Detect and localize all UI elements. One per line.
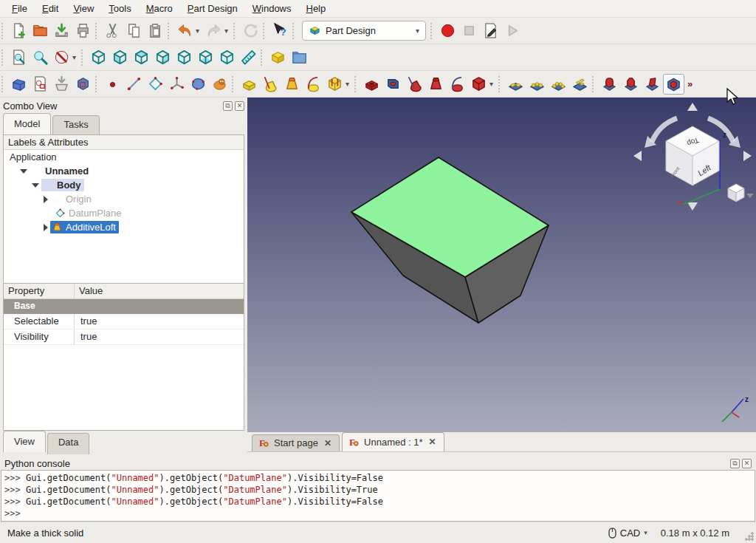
expander-closed-icon[interactable]	[44, 196, 48, 203]
subtractive-primitive-button[interactable]	[468, 74, 489, 95]
linear-pattern-button[interactable]	[526, 74, 548, 95]
toolbar-handle[interactable]	[263, 23, 268, 39]
float-panel-icon[interactable]: ⧉	[223, 101, 233, 111]
nav-up-arrow[interactable]	[687, 103, 698, 111]
toolbar-handle[interactable]	[95, 23, 100, 39]
menu-view[interactable]: View	[66, 1, 101, 16]
menu-edit[interactable]: Edit	[35, 1, 66, 16]
tree-item-additiveloft[interactable]: AdditiveLoft	[4, 220, 244, 234]
toolbar-handle[interactable]	[292, 23, 298, 39]
property-row-visibility[interactable]: Visibilitytrue	[4, 329, 244, 345]
chamfer-button[interactable]	[620, 74, 642, 95]
toolbar-handle[interactable]	[81, 49, 86, 66]
datum-line-button[interactable]	[123, 74, 145, 95]
toolbar-handle[interactable]	[168, 23, 173, 39]
create-body-button[interactable]	[8, 74, 30, 95]
resize-grip[interactable]	[745, 532, 754, 541]
workbench-selector[interactable]: Part Design▾	[302, 21, 426, 41]
menu-macro[interactable]: Macro	[139, 1, 180, 16]
additive-primitive-button[interactable]	[324, 74, 346, 95]
nav-left-arrow[interactable]	[633, 151, 642, 161]
macro-stop-button[interactable]	[458, 21, 480, 41]
expander-closed-icon[interactable]	[44, 224, 48, 231]
toolbar-handle[interactable]	[261, 49, 266, 66]
open-folder-button[interactable]	[30, 21, 51, 41]
pad-button[interactable]	[238, 74, 260, 95]
cut-button[interactable]	[102, 21, 123, 41]
revolution-button[interactable]	[260, 74, 281, 95]
property-value[interactable]: true	[75, 314, 101, 329]
tree-item-datumplane[interactable]: DatumPlane	[4, 206, 244, 220]
macro-record-button[interactable]	[437, 21, 458, 41]
menu-file[interactable]: File	[4, 1, 35, 16]
toolbar-handle[interactable]	[430, 23, 436, 39]
undo-dropdown-arrow[interactable]: ▾	[196, 27, 203, 35]
navigation-style-selector[interactable]: CAD ▾	[608, 527, 647, 539]
tree-item-origin[interactable]: Origin	[4, 192, 244, 206]
tree-item-application[interactable]: Application	[4, 150, 244, 164]
redo-dropdown-arrow[interactable]: ▾	[224, 27, 232, 35]
refresh-button[interactable]	[240, 21, 261, 41]
print-button[interactable]	[72, 21, 94, 41]
expander-open-icon[interactable]	[32, 183, 39, 188]
multi-transform-button[interactable]	[569, 74, 591, 95]
datum-point-button[interactable]	[102, 74, 123, 95]
draft-button[interactable]	[642, 74, 663, 95]
python-console[interactable]: >>> Gui.getDocument("Unnamed").getObject…	[1, 470, 755, 522]
view-front-button[interactable]	[109, 47, 131, 68]
toolbar-handle[interactable]	[498, 76, 504, 92]
document-tab-unnamed-1-[interactable]: FUnnamed : 1*✕	[342, 432, 444, 451]
close-tab-icon[interactable]: ✕	[429, 437, 436, 447]
view-axonometric-button[interactable]	[88, 47, 109, 68]
clone-button[interactable]	[209, 74, 230, 95]
polar-pattern-button[interactable]	[548, 74, 569, 95]
property-value[interactable]: true	[75, 329, 101, 344]
shape-binder-button[interactable]	[188, 74, 209, 95]
whats-this-button[interactable]: ?	[269, 21, 291, 41]
toolbar-handle[interactable]	[232, 76, 237, 92]
fillet-button[interactable]	[599, 74, 620, 95]
groove-button[interactable]	[404, 74, 425, 95]
toolbar-handle[interactable]	[354, 76, 360, 92]
toolbar-handle[interactable]	[1, 76, 7, 92]
redo-button[interactable]	[203, 21, 224, 41]
navigation-cube[interactable]: z Top Front Left	[631, 99, 755, 219]
view-right-button[interactable]	[152, 47, 173, 68]
additive-pipe-button[interactable]	[303, 74, 324, 95]
draw-style-dropdown-arrow[interactable]: ▾	[72, 53, 80, 61]
property-row-selectable[interactable]: Selectabletrue	[4, 314, 244, 329]
menu-part-design[interactable]: Part Design	[180, 1, 245, 16]
tree-item-body[interactable]: Body	[4, 178, 244, 192]
subtractive-primitive-dropdown-arrow[interactable]: ▾	[489, 80, 497, 88]
subtractive-loft-button[interactable]	[425, 74, 447, 95]
toolbar-overflow-button[interactable]: »	[684, 78, 694, 89]
zoom-button[interactable]	[30, 47, 51, 68]
additive-primitive-dropdown-arrow[interactable]: ▾	[346, 80, 353, 88]
pocket-button[interactable]	[361, 74, 382, 95]
view-left-button[interactable]	[216, 47, 238, 68]
create-sketch-button[interactable]	[30, 74, 51, 95]
view-rear-button[interactable]	[173, 47, 195, 68]
3d-viewport[interactable]: z Top Front Left z	[247, 98, 756, 432]
tree-item-unnamed[interactable]: Unnamed	[4, 164, 244, 178]
property-group-base[interactable]: Base	[4, 299, 244, 314]
tab-view[interactable]: View	[3, 431, 46, 452]
expander-open-icon[interactable]	[20, 169, 27, 174]
menu-windows[interactable]: Windows	[245, 1, 299, 16]
draw-style-button[interactable]	[51, 47, 72, 68]
view-bottom-button[interactable]	[195, 47, 216, 68]
float-console-icon[interactable]: ⧉	[730, 459, 740, 468]
new-document-button[interactable]	[8, 21, 30, 41]
close-panel-icon[interactable]: ✕	[235, 101, 244, 111]
paste-button[interactable]	[145, 21, 166, 41]
local-coordinate-system-button[interactable]	[166, 74, 188, 95]
additive-loft-button[interactable]	[281, 74, 303, 95]
macro-play-button[interactable]	[501, 21, 523, 41]
create-group-button[interactable]	[289, 47, 310, 68]
tab-tasks[interactable]: Tasks	[52, 115, 99, 137]
mini-cube-icon[interactable]	[728, 184, 744, 202]
thickness-button[interactable]	[663, 74, 684, 95]
sketch-view-button[interactable]	[72, 74, 94, 95]
menu-help[interactable]: Help	[299, 1, 334, 16]
nav-right-arrow[interactable]	[743, 151, 752, 161]
